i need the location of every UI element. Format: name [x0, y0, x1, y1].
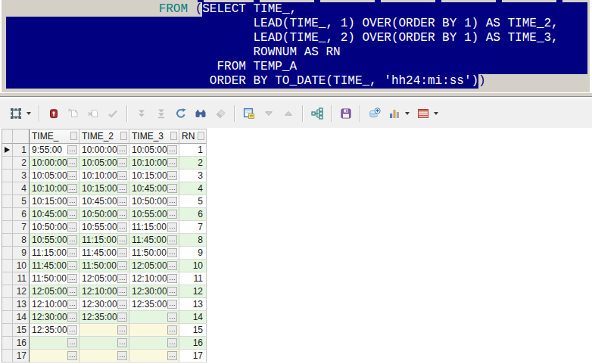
cell-ellipsis-button[interactable]: …	[167, 171, 177, 180]
row-indicator-cell[interactable]	[2, 285, 13, 298]
cell-ellipsis-button[interactable]: …	[67, 338, 77, 347]
column-header-grip[interactable]	[120, 132, 127, 140]
lock-button[interactable]	[45, 104, 62, 123]
grid-cell-rn[interactable]: 3	[179, 170, 207, 182]
grid-cell-time_[interactable]: 10:05:00…	[30, 170, 79, 182]
grid-cell-time_3[interactable]: 12:35:00…	[129, 298, 179, 311]
grid-cell-time_[interactable]: 11:45:00…	[30, 260, 79, 272]
save-button[interactable]	[338, 104, 354, 123]
grid-cell-time_[interactable]: 12:35:00…	[30, 324, 79, 337]
cell-ellipsis-button[interactable]: …	[117, 313, 127, 322]
row-indicator-cell[interactable]	[2, 208, 13, 221]
grid-cell-time_2[interactable]: 10:50:00…	[79, 208, 129, 221]
grid-cell-time_[interactable]: 12:05:00…	[30, 285, 79, 298]
grid-cell-time_[interactable]: 12:10:00…	[30, 298, 79, 311]
grid-cell-rn[interactable]: 11	[179, 272, 207, 285]
cell-ellipsis-button[interactable]: …	[167, 325, 177, 334]
row-indicator-cell[interactable]	[2, 337, 13, 350]
sql-editor[interactable]: FROM (SELECT TIME_, LEAD(TIME_, 1) OVER(…	[2, 0, 590, 92]
grid-cell-time_[interactable]: 10:50:00…	[30, 221, 79, 234]
row-indicator-cell[interactable]	[2, 170, 13, 182]
cell-ellipsis-button[interactable]: …	[117, 210, 127, 219]
grid-cell-rn[interactable]: 8	[179, 234, 207, 247]
grid-cell-rn[interactable]: 7	[179, 221, 207, 234]
grid-cell-rn[interactable]: 16	[179, 337, 207, 350]
row-number[interactable]: 17	[13, 350, 30, 362]
cell-ellipsis-button[interactable]: …	[117, 171, 127, 180]
cell-ellipsis-button[interactable]: …	[117, 287, 127, 296]
row-number[interactable]: 2	[13, 157, 30, 170]
grid-cell-time_2[interactable]: 10:05:00…	[79, 157, 129, 170]
grid-options-button[interactable]	[8, 104, 24, 123]
grid-cell-rn[interactable]: 13	[179, 298, 207, 311]
row-number[interactable]: 5	[13, 195, 30, 208]
cell-ellipsis-button[interactable]: …	[117, 261, 127, 270]
row-number[interactable]: 4	[13, 182, 30, 195]
cell-ellipsis-button[interactable]: …	[167, 210, 177, 219]
cell-ellipsis-button[interactable]: …	[117, 300, 127, 309]
cell-ellipsis-button[interactable]: …	[117, 145, 127, 154]
grid-cell-time_2[interactable]: 12:30:00…	[79, 298, 129, 311]
grid-cell-time_2[interactable]: 10:10:00…	[79, 170, 129, 182]
grid-cell-time_3[interactable]: 10:45:00…	[129, 182, 179, 195]
cell-ellipsis-button[interactable]: …	[167, 184, 177, 193]
grid-options-dropdown-button[interactable]	[24, 104, 33, 123]
grid-cell-time_3[interactable]: …	[129, 311, 179, 324]
hierarchy-button[interactable]	[309, 104, 326, 123]
grid-cell-time_3[interactable]: 10:55:00…	[129, 208, 179, 221]
cell-ellipsis-button[interactable]: …	[67, 313, 77, 322]
grid-cell-rn[interactable]: 17	[179, 350, 207, 362]
export-data-button[interactable]	[366, 104, 383, 123]
cell-ellipsis-button[interactable]: …	[67, 248, 77, 257]
grid-cell-rn[interactable]: 9	[179, 247, 207, 260]
cell-ellipsis-button[interactable]: …	[117, 274, 127, 283]
grid-cell-time_2[interactable]: …	[79, 324, 129, 337]
cell-ellipsis-button[interactable]: …	[117, 351, 127, 360]
grid-cell-time_[interactable]: …	[30, 337, 79, 350]
cell-ellipsis-button[interactable]: …	[167, 287, 177, 296]
row-indicator-cell[interactable]	[2, 182, 13, 195]
grid-cell-rn[interactable]: 14	[179, 311, 207, 324]
grid-cell-rn[interactable]: 15	[179, 324, 207, 337]
row-indicator-cell[interactable]	[2, 260, 13, 272]
column-header-grip[interactable]	[170, 132, 177, 140]
cell-ellipsis-button[interactable]: …	[67, 261, 77, 270]
row-indicator-cell[interactable]	[2, 247, 13, 260]
cell-ellipsis-button[interactable]: …	[117, 184, 127, 193]
cell-ellipsis-button[interactable]: …	[167, 338, 177, 347]
row-indicator-cell[interactable]	[2, 350, 13, 362]
grid-cell-time_[interactable]: 11:50:00…	[30, 272, 79, 285]
grid-cell-time_3[interactable]: 10:50:00…	[129, 195, 179, 208]
grid-cell-time_3[interactable]: 12:30:00…	[129, 285, 179, 298]
report-dropdown-button[interactable]	[432, 104, 441, 123]
row-number[interactable]: 6	[13, 208, 30, 221]
grid-cell-rn[interactable]: 10	[179, 260, 207, 272]
cell-ellipsis-button[interactable]: …	[167, 248, 177, 257]
grid-cell-time_2[interactable]: 11:50:00…	[79, 260, 129, 272]
row-number[interactable]: 13	[13, 298, 30, 311]
column-header-time_[interactable]: TIME_	[30, 129, 79, 144]
grid-cell-time_2[interactable]: 11:15:00…	[79, 234, 129, 247]
cell-ellipsis-button[interactable]: …	[167, 351, 177, 360]
grid-cell-rn[interactable]: 2	[179, 157, 207, 170]
cell-ellipsis-button[interactable]: …	[67, 184, 77, 193]
grid-cell-time_3[interactable]: 10:15:00…	[129, 170, 179, 182]
grid-cell-time_[interactable]: …	[30, 350, 79, 362]
row-number[interactable]: 9	[13, 247, 30, 260]
refresh-button[interactable]	[173, 104, 189, 123]
column-header-grip[interactable]	[198, 132, 204, 140]
cell-ellipsis-button[interactable]: …	[167, 235, 177, 244]
column-header-time_3[interactable]: TIME_3	[129, 129, 179, 144]
grid-cell-time_[interactable]: 11:15:00…	[30, 247, 79, 260]
grid-cell-time_[interactable]: 12:30:00…	[30, 311, 79, 324]
row-number[interactable]: 15	[13, 324, 30, 337]
grid-cell-time_2[interactable]: …	[79, 337, 129, 350]
cell-ellipsis-button[interactable]: …	[167, 158, 177, 167]
row-number[interactable]: 11	[13, 272, 30, 285]
row-indicator-cell[interactable]	[2, 221, 13, 234]
cell-ellipsis-button[interactable]: …	[67, 145, 77, 154]
cell-ellipsis-button[interactable]: …	[117, 235, 127, 244]
grid-cell-time_[interactable]: 10:45:00…	[30, 208, 79, 221]
cell-ellipsis-button[interactable]: …	[167, 145, 177, 154]
grid-cell-time_2[interactable]: …	[79, 350, 129, 362]
